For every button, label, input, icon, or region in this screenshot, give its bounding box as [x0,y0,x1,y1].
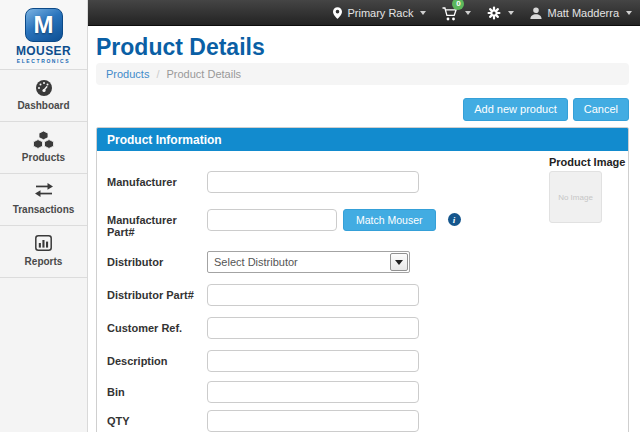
user-name: Matt Madderra [547,7,619,19]
breadcrumb-separator: / [156,68,159,80]
transfer-arrows-icon [0,183,87,201]
page-actions: Add new product Cancel [96,98,629,121]
mouser-logo-mark: M [25,8,63,42]
form-row-manufacturer-part: Manufacturer Part# Match Mouser [107,209,618,238]
qty-input[interactable] [207,410,419,432]
no-image-text: No Image [558,193,593,202]
add-new-product-button[interactable]: Add new product [463,98,568,121]
cancel-button[interactable]: Cancel [573,98,629,121]
sidebar-item-label: Reports [0,256,87,267]
user-menu[interactable]: Matt Madderra [530,7,632,19]
product-image-label: Product Image [549,156,603,168]
form-row-manufacturer: Manufacturer [107,171,618,193]
rack-selector[interactable]: Primary Rack [333,7,426,19]
bar-chart-icon [0,235,87,253]
dashboard-gauge-icon [0,79,87,97]
manufacturer-label: Manufacturer [107,171,207,188]
product-information-panel: Product Information Manufacturer Manufac… [96,127,629,432]
breadcrumb: Products / Product Details [96,63,629,85]
form-row-distributor-part: Distributor Part# [107,284,618,306]
manufacturer-input[interactable] [207,171,419,193]
cart-menu[interactable]: 0 [442,5,471,21]
sidebar-item-label: Dashboard [0,100,87,111]
description-input[interactable] [207,350,419,372]
customer-ref-input[interactable] [207,317,419,339]
settings-menu[interactable] [487,6,514,20]
chevron-down-icon [626,11,632,15]
form-row-distributor: Distributor Select Distributor [107,251,618,273]
form-row-description: Description [107,350,618,372]
location-pin-icon [333,7,342,19]
product-image-placeholder: No Image [549,171,602,223]
sidebar-item-dashboard[interactable]: Dashboard [0,69,87,121]
page-title: Product Details [96,34,640,60]
logo-name: MOUSER [0,44,87,58]
sidebar-item-products[interactable]: Products [0,121,87,173]
description-label: Description [107,350,207,367]
select-dropdown-arrow-icon [390,253,408,271]
panel-body: Manufacturer Manufacturer Part# Match Mo… [97,151,628,432]
product-image-section: Product Image No Image [549,156,603,223]
qty-label: QTY [107,410,207,427]
distributor-select[interactable]: Select Distributor [207,251,410,273]
manufacturer-part-input[interactable] [207,209,337,231]
main-content: Product Details Products / Product Detai… [88,26,640,432]
breadcrumb-link-products[interactable]: Products [106,68,149,80]
bin-label: Bin [107,381,207,398]
distributor-part-input[interactable] [207,284,419,306]
cart-icon: 0 [442,5,458,21]
form-row-customer-ref: Customer Ref. [107,317,618,339]
user-icon [530,7,542,19]
panel-header: Product Information [97,128,628,151]
cubes-icon [0,131,87,149]
gear-icon [487,6,501,20]
sidebar: M MOUSER ELECTRONICS Dashboard [0,0,88,432]
breadcrumb-current: Product Details [166,68,241,80]
manufacturer-part-label: Manufacturer Part# [107,209,207,238]
mouser-logo[interactable]: M MOUSER ELECTRONICS [0,0,87,69]
sidebar-item-label: Transactions [0,204,87,215]
form-row-qty: QTY [107,410,618,432]
form-row-bin: Bin [107,381,618,403]
product-form: Manufacturer Manufacturer Part# Match Mo… [107,171,618,432]
topbar: Primary Rack 0 [88,0,640,26]
logo-subtitle: ELECTRONICS [0,58,87,64]
bin-input[interactable] [207,381,419,403]
info-icon[interactable] [448,213,461,226]
chevron-down-icon [508,11,514,15]
sidebar-item-label: Products [0,152,87,163]
match-mouser-button[interactable]: Match Mouser [343,209,436,231]
sidebar-item-reports[interactable]: Reports [0,225,87,277]
sidebar-item-transactions[interactable]: Transactions [0,173,87,225]
logo-letter: M [34,11,54,39]
distributor-label: Distributor [107,251,207,268]
distributor-part-label: Distributor Part# [107,284,207,301]
customer-ref-label: Customer Ref. [107,317,207,334]
cart-count-badge: 0 [452,0,464,10]
rack-selector-label: Primary Rack [347,7,413,19]
chevron-down-icon [465,11,471,15]
sidebar-divider [0,277,87,278]
chevron-down-icon [420,11,426,15]
distributor-selected-option: Select Distributor [214,256,298,268]
